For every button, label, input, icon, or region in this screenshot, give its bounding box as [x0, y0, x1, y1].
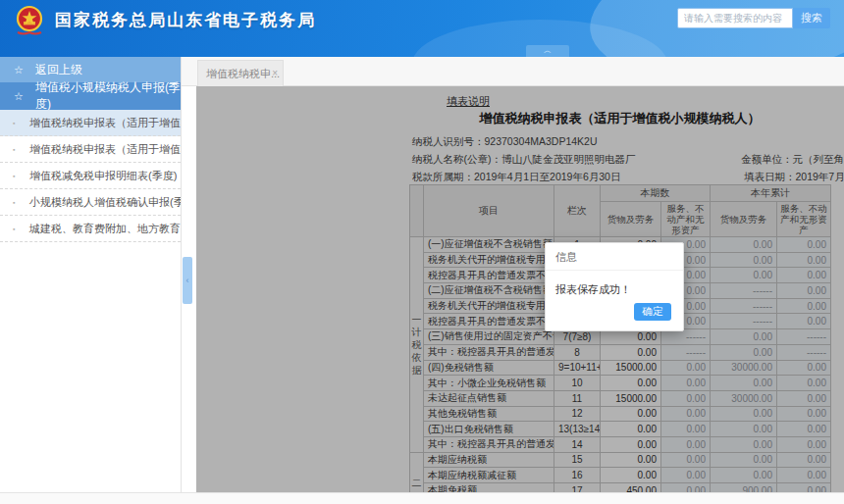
page-title: 国家税务总局山东省电子税务局: [55, 9, 316, 31]
sidebar-section-header[interactable]: ☆ 增值税小规模纳税人申报(季度): [0, 82, 181, 110]
sidebar-item-label: 增值税纳税申报表（适用于增值税小规模...: [29, 117, 181, 128]
info-modal: 信息 报表保存成功！ 确定: [545, 242, 684, 331]
page: 国家税务总局山东省电子税务局 搜索 ︿ ☆ 返回上级 ☆ 增值税小规模纳税人申报…: [0, 0, 844, 504]
sidebar: ☆ 返回上级 ☆ 增值税小规模纳税人申报(季度) ▪增值税纳税申报表（适用于增值…: [0, 57, 182, 492]
modal-title: 信息: [546, 243, 683, 271]
modal-overlay: [196, 86, 844, 492]
sidebar-menu-item[interactable]: ▪增值税减免税申报明细表(季度): [0, 163, 181, 189]
star-icon: ☆: [14, 64, 24, 76]
modal-ok-button[interactable]: 确定: [634, 303, 671, 321]
bullet-icon: ▪: [13, 163, 15, 189]
search-button[interactable]: 搜索: [793, 8, 830, 28]
tab-strip: 增值税纳税申... ×: [182, 57, 844, 86]
footer-bar: [0, 492, 844, 504]
bullet-icon: ▪: [13, 136, 15, 163]
collapse-up-button[interactable]: ︿: [526, 45, 569, 57]
national-emblem-logo: [14, 5, 45, 36]
star-icon: ☆: [14, 90, 24, 103]
sidebar-section-label: 增值税小规模纳税人申报(季度): [35, 79, 181, 113]
app-header: 国家税务总局山东省电子税务局 搜索: [0, 0, 844, 57]
modal-message: 报表保存成功！: [546, 271, 683, 297]
tab-label: 增值税纳税申...: [206, 68, 280, 79]
sidebar-collapse-handle[interactable]: ‹: [183, 257, 192, 304]
close-icon[interactable]: ×: [272, 61, 278, 86]
bullet-icon: ▪: [13, 110, 15, 136]
sidebar-menu-item[interactable]: ▪增值税纳税申报表（适用于增值税小规模...: [0, 110, 181, 136]
main-content: 填表说明 增值税纳税申报表（适用于增值税小规模纳税人） 纳税人识别号：92370…: [196, 86, 844, 492]
bullet-icon: ▪: [13, 189, 15, 216]
search-input[interactable]: [677, 8, 793, 28]
bullet-icon: ▪: [13, 216, 15, 242]
search-box: 搜索: [677, 8, 830, 28]
sidebar-item-label: 增值税纳税申报表（适用于增值税小规模...: [29, 143, 181, 155]
sidebar-menu: ▪增值税纳税申报表（适用于增值税小规模...▪增值税纳税申报表（适用于增值税小规…: [0, 110, 181, 242]
sidebar-item-label: 增值税减免税申报明细表(季度): [29, 170, 177, 181]
sidebar-menu-item[interactable]: ▪增值税纳税申报表（适用于增值税小规模...: [0, 136, 181, 163]
sidebar-item-label: 小规模纳税人增值税确认申报(季度): [29, 196, 181, 208]
sidebar-menu-item[interactable]: ▪小规模纳税人增值税确认申报(季度): [0, 189, 181, 216]
sidebar-menu-item[interactable]: ▪城建税、教育费附加、地方教育附加税(...: [0, 216, 181, 242]
sidebar-back-label: 返回上级: [35, 62, 82, 78]
tab-vat-return[interactable]: 增值税纳税申... ×: [197, 60, 284, 86]
sidebar-item-label: 城建税、教育费附加、地方教育附加税(...: [29, 223, 181, 234]
